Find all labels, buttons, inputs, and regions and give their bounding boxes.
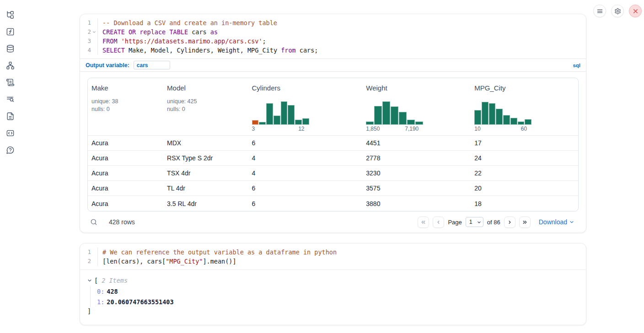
pagination: Page 1 of 86 [418, 217, 530, 228]
column-stat: nulls: 0 [167, 106, 244, 113]
table-cell: Acura [88, 200, 163, 207]
sidebar [0, 0, 20, 333]
table-cell: 6 [248, 139, 363, 147]
histogram-bar[interactable] [518, 122, 525, 125]
item-value: 428 [107, 288, 118, 295]
sql-cell: 1-- Download a CSV and create an in-memo… [80, 14, 586, 233]
sql-code-editor[interactable]: 1-- Download a CSV and create an in-memo… [80, 14, 586, 58]
table-row[interactable]: Acura3.5 RL 4dr6388018 [88, 196, 578, 211]
histogram-bar[interactable] [415, 122, 423, 125]
code-line[interactable]: 2[len(cars), cars["MPG_City"].mean()] [80, 257, 586, 266]
fold-arrow-icon[interactable] [91, 27, 97, 37]
table-row[interactable]: AcuraRSX Type S 2dr4277824 [88, 151, 578, 166]
column-title: Cylinders [252, 84, 359, 92]
hamburger-icon [596, 8, 603, 15]
file-text-icon[interactable] [6, 112, 15, 121]
close-bracket: ] [87, 307, 579, 315]
code-line[interactable]: 4SELECT Make, Model, Cylinders, Weight, … [80, 46, 586, 55]
axis-label: 12 [298, 126, 304, 132]
row-count: 428 rows [109, 218, 135, 226]
table-row[interactable]: AcuraTSX 4dr4323022 [88, 166, 578, 181]
histogram-bar[interactable] [302, 118, 309, 125]
network-icon[interactable] [6, 61, 15, 70]
histogram-bar[interactable] [374, 106, 382, 125]
first-page-button[interactable] [418, 217, 429, 228]
column-header-model[interactable]: Modelunique: 425nulls: 0 [163, 78, 248, 135]
column-histogram: 1,8507,190 [366, 100, 423, 132]
histogram-bar[interactable] [391, 106, 398, 125]
code-content: CREATE OR replace TABLE cars as [97, 27, 218, 37]
column-header-weight[interactable]: Weight1,8507,190 [362, 78, 471, 135]
line-number: 1 [80, 18, 91, 27]
histogram-bar[interactable] [252, 120, 259, 125]
histogram-bar[interactable] [474, 110, 481, 125]
code-content: SELECT Make, Model, Cylinders, Weight, M… [97, 46, 318, 55]
chevron-down-icon [477, 220, 481, 224]
histogram-bar[interactable] [366, 122, 374, 125]
histogram-bar[interactable] [482, 102, 488, 125]
code-line[interactable]: 1-- Download a CSV and create an in-memo… [80, 18, 586, 27]
output-variable-row: Output variable: sql [80, 58, 586, 72]
histogram-bar[interactable] [496, 109, 503, 125]
histogram-bar[interactable] [288, 105, 295, 125]
column-title: MPG_City [474, 84, 574, 92]
column-header-cylinders[interactable]: Cylinders312 [248, 78, 363, 135]
code-line[interactable]: 2CREATE OR replace TABLE cars as [80, 27, 586, 37]
chevron-down-icon [569, 220, 574, 224]
function-icon[interactable] [6, 27, 15, 36]
histogram-bar[interactable] [503, 115, 510, 125]
histogram-bar[interactable] [489, 103, 496, 125]
table-cell: 3230 [362, 169, 471, 177]
scroll-icon[interactable] [6, 78, 15, 87]
shutdown-button[interactable] [629, 5, 642, 17]
page-select[interactable]: 1 [466, 217, 483, 227]
histogram-bar[interactable] [525, 119, 531, 125]
column-stat: unique: 425 [167, 98, 244, 106]
last-page-button[interactable] [519, 217, 531, 228]
list-search-icon[interactable] [6, 95, 15, 104]
list-entries: 0:4281:20.060747663551403 [90, 286, 579, 307]
download-button[interactable]: Download [539, 218, 574, 226]
histogram-bar[interactable] [259, 122, 266, 125]
histogram-bar[interactable] [295, 120, 302, 125]
table-row[interactable]: AcuraMDX6445117 [88, 136, 578, 151]
next-page-button[interactable] [504, 217, 515, 228]
histogram-bar[interactable] [407, 120, 415, 125]
python-code-editor[interactable]: 1# We can reference the output variable … [80, 243, 586, 270]
table-cell: 4 [248, 154, 363, 162]
code-content: -- Download a CSV and create an in-memor… [97, 18, 277, 27]
table-cell: 22 [471, 169, 578, 177]
histogram-bar[interactable] [399, 112, 407, 125]
column-header-mpg_city[interactable]: MPG_City1060 [471, 78, 578, 135]
database-icon[interactable] [6, 44, 15, 53]
histogram-bar[interactable] [274, 116, 280, 125]
histogram-bar[interactable] [382, 101, 390, 125]
column-header-make[interactable]: Makeunique: 38nulls: 0 [88, 78, 163, 135]
page-select-value: 1 [469, 219, 472, 225]
histogram-axis: 1060 [474, 125, 531, 132]
fold-spacer [91, 257, 97, 266]
code-box-icon[interactable] [6, 129, 15, 137]
code-line[interactable]: 1# We can reference the output variable … [80, 248, 586, 257]
table-body: AcuraMDX6445117AcuraRSX Type S 2dr427782… [88, 136, 578, 211]
search-icon[interactable] [90, 218, 97, 226]
table-cell: 3.5 RL 4dr [163, 200, 248, 207]
menu-button[interactable] [593, 5, 606, 17]
table-row[interactable]: AcuraTL 4dr6357520 [88, 181, 578, 196]
collapse-icon[interactable] [87, 278, 92, 283]
histogram-bars [366, 100, 423, 125]
chevrons-left-icon [420, 219, 426, 225]
histogram-bar[interactable] [266, 103, 273, 125]
code-line[interactable]: 3FROM 'https://datasets.marimo.app/cars.… [80, 37, 586, 46]
histogram-bar[interactable] [510, 118, 517, 125]
axis-label: 3 [252, 126, 255, 132]
items-count-label: 2 Items [102, 277, 128, 284]
prev-page-button[interactable] [433, 217, 444, 228]
code-content: [len(cars), cars["MPG_City"].mean()] [97, 257, 236, 266]
histogram-bar[interactable] [281, 101, 288, 125]
code-content: FROM 'https://datasets.marimo.app/cars.c… [97, 37, 266, 46]
file-tree-icon[interactable] [6, 11, 15, 19]
help-circle-icon[interactable] [6, 146, 15, 154]
settings-button[interactable] [611, 5, 624, 17]
output-variable-input[interactable] [134, 61, 170, 69]
